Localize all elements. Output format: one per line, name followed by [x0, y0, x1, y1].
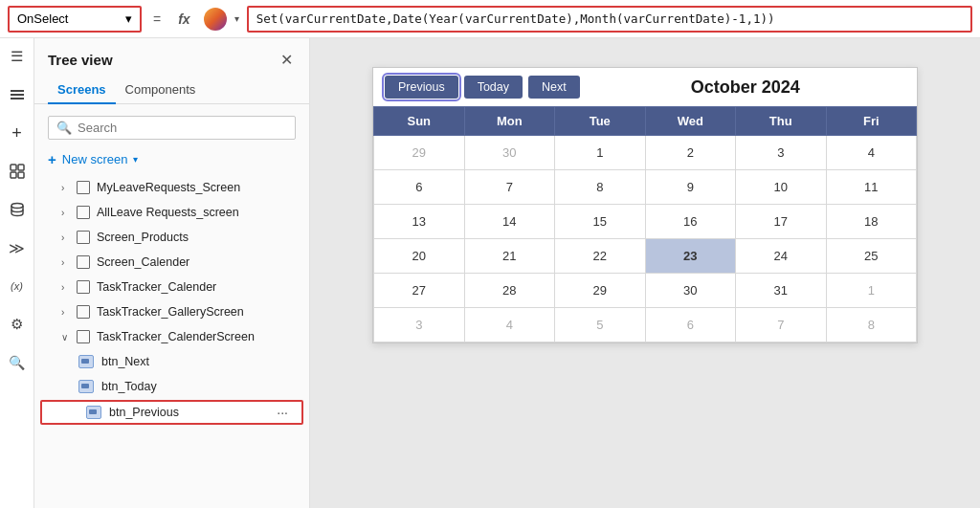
side-panel-header: Tree view ✕ — [34, 38, 309, 77]
chevron-right-icon-3: › — [61, 232, 73, 243]
variables-icon[interactable]: (x) — [7, 276, 28, 297]
chevron-right-icon: › — [61, 183, 73, 193]
next-button[interactable]: Next — [528, 76, 580, 99]
svg-rect-5 — [11, 172, 16, 178]
tree-item-label: MyLeaveRequests_Screen — [97, 181, 296, 194]
close-button[interactable]: ✕ — [277, 50, 296, 69]
tree-item-btn-next[interactable]: btn_Next — [34, 349, 309, 374]
calendar-cell[interactable]: 6 — [645, 308, 736, 342]
tree-item-btn-previous[interactable]: btn_Previous ··· — [40, 400, 303, 425]
equals-sign: = — [149, 11, 165, 27]
chevron-right-icon-6: › — [61, 307, 73, 318]
calendar-cell[interactable]: 9 — [645, 170, 736, 205]
formula-bar[interactable]: Set(varCurrentDate,Date(Year(varCurrentD… — [247, 6, 972, 33]
tab-screens[interactable]: Screens — [48, 77, 116, 104]
tree-item-ttcal[interactable]: › TaskTracker_Calender — [34, 275, 309, 299]
data-icon[interactable] — [7, 199, 28, 220]
layers-icon[interactable] — [7, 84, 28, 105]
power-apps-icon — [204, 8, 227, 31]
calendar-cell[interactable]: 27 — [374, 274, 465, 308]
chevron-down-icon-tree: ∨ — [61, 332, 73, 342]
screen-icon-5 — [77, 280, 90, 294]
tree-item-label-4: Screen_Calender — [97, 255, 296, 269]
more-options-icon[interactable]: ··· — [277, 405, 288, 420]
calendar-cell[interactable]: 17 — [736, 205, 827, 239]
new-screen-label: New screen — [62, 152, 128, 166]
settings-icon[interactable]: ⚙ — [7, 314, 28, 335]
grid-icon[interactable] — [7, 161, 28, 182]
tab-components[interactable]: Components — [116, 77, 206, 104]
tree-item-products[interactable]: › Screen_Products — [34, 225, 309, 250]
calendar-cell[interactable]: 8 — [555, 170, 646, 205]
calendar-cell[interactable]: 16 — [645, 205, 736, 239]
chevron-down-icon: ▾ — [125, 11, 132, 26]
calendar-cell[interactable]: 1 — [555, 136, 646, 170]
btn-next-icon — [78, 355, 94, 368]
power-apps-icon-group: ▾ — [204, 8, 239, 31]
calendar-cell[interactable]: 11 — [826, 170, 917, 205]
tree-item-screencal[interactable]: › Screen_Calender — [34, 250, 309, 275]
calendar-cell[interactable]: 15 — [555, 205, 646, 239]
calendar-row: 27282930311 — [374, 274, 917, 308]
calendar-cell[interactable]: 22 — [555, 239, 646, 274]
formula-selector-text: OnSelect — [17, 11, 120, 26]
tree-item-label-10: btn_Previous — [109, 406, 269, 419]
today-button[interactable]: Today — [464, 76, 523, 99]
tree-item-ttgallery[interactable]: › TaskTracker_GalleryScreen — [34, 299, 309, 324]
calendar-cell[interactable]: 13 — [374, 205, 465, 239]
search-input[interactable] — [78, 121, 287, 135]
calendar-cell[interactable]: 24 — [736, 239, 827, 274]
calendar-cell[interactable]: 5 — [555, 308, 646, 342]
calendar-cell[interactable]: 4 — [826, 136, 917, 170]
calendar-cell[interactable]: 14 — [464, 205, 555, 239]
hamburger-icon[interactable]: ☰ — [7, 46, 28, 67]
calendar-cell[interactable]: 30 — [645, 274, 736, 308]
calendar-cell[interactable]: 23 — [645, 239, 736, 274]
new-screen-row[interactable]: + New screen ▾ — [34, 147, 309, 175]
tree-item-ttcalscreen[interactable]: ∨ TaskTracker_CalenderScreen — [34, 324, 309, 349]
calendar-cell[interactable]: 18 — [826, 205, 917, 239]
calendar-cell[interactable]: 1 — [826, 274, 917, 308]
tree-item-myleave[interactable]: › MyLeaveRequests_Screen — [34, 175, 309, 200]
calendar-cell[interactable]: 10 — [736, 170, 827, 205]
tree-item-allleave[interactable]: › AllLeave Requests_screen — [34, 200, 309, 225]
side-panel: Tree view ✕ Screens Components 🔍 + New s… — [34, 38, 310, 508]
search-icon: 🔍 — [56, 121, 72, 135]
calendar-cell[interactable]: 4 — [464, 308, 555, 342]
calendar-cell[interactable]: 6 — [374, 170, 465, 205]
chevron-right-icon-5: › — [61, 282, 73, 293]
top-bar: OnSelect ▾ = fx ▾ Set(varCurrentDate,Dat… — [0, 0, 980, 38]
calendar-cell[interactable]: 7 — [464, 170, 555, 205]
calendar-cell[interactable]: 29 — [555, 274, 646, 308]
expand-icon[interactable]: ≫ — [7, 237, 28, 258]
formula-selector[interactable]: OnSelect ▾ — [8, 6, 142, 33]
calendar-cell[interactable]: 29 — [374, 136, 465, 170]
btn-today-icon — [78, 380, 94, 393]
search-sidebar-icon[interactable]: 🔍 — [7, 352, 28, 373]
calendar-cell[interactable]: 30 — [464, 136, 555, 170]
calendar-cell[interactable]: 8 — [826, 308, 917, 342]
tab-row: Screens Components — [34, 77, 309, 104]
calendar-cell[interactable]: 3 — [374, 308, 465, 342]
screen-icon — [77, 181, 90, 194]
svg-rect-4 — [18, 165, 24, 170]
tree-item-label-5: TaskTracker_Calender — [97, 280, 296, 294]
fx-button[interactable]: fx — [172, 11, 195, 27]
plus-icon[interactable]: + — [7, 122, 28, 144]
calendar-cell[interactable]: 25 — [826, 239, 917, 274]
chevron-right-icon-4: › — [61, 257, 73, 268]
canvas-area: Previous Today Next October 2024 Sun Mon… — [310, 38, 980, 508]
calendar-cell[interactable]: 2 — [645, 136, 736, 170]
calendar-cell[interactable]: 21 — [464, 239, 555, 274]
calendar-table: Sun Mon Tue Wed Thu Fri 2930123467891011… — [373, 106, 917, 342]
calendar-cell[interactable]: 20 — [374, 239, 465, 274]
calendar-cell[interactable]: 7 — [736, 308, 827, 342]
header-fri: Fri — [826, 107, 917, 136]
svg-rect-1 — [11, 94, 24, 96]
tree-item-btn-today[interactable]: btn_Today — [34, 374, 309, 399]
prev-button[interactable]: Previous — [385, 76, 458, 99]
calendar-cell[interactable]: 3 — [736, 136, 827, 170]
calendar-cell[interactable]: 28 — [464, 274, 555, 308]
calendar-cell[interactable]: 31 — [736, 274, 827, 308]
svg-rect-3 — [11, 165, 16, 170]
